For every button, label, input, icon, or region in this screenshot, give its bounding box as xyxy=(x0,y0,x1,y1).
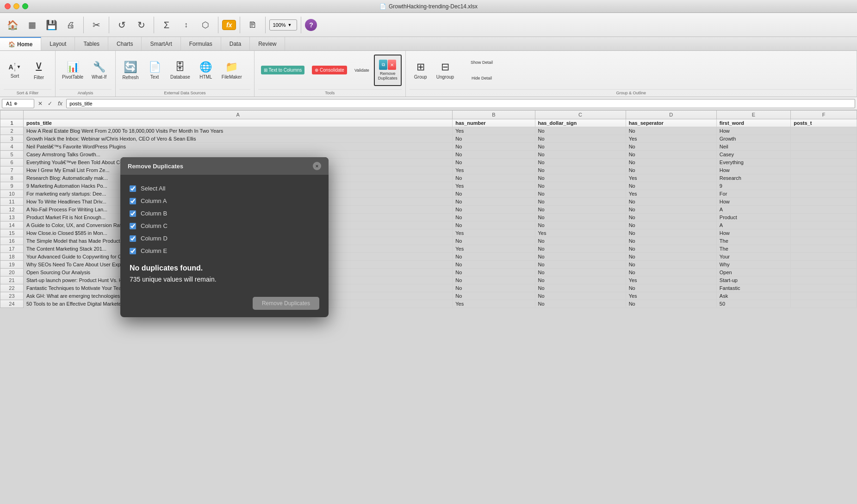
modal-overlay: Remove Duplicates × Select AllColumn ACo… xyxy=(0,0,857,504)
remove-duplicates-modal: Remove Duplicates × Select AllColumn ACo… xyxy=(120,157,329,317)
checkbox-label-col-c: Column C xyxy=(141,222,168,229)
checkbox-label-col-b: Column B xyxy=(141,210,167,217)
checkbox-label-col-a: Column A xyxy=(141,197,167,204)
modal-checkboxes-container: Select AllColumn AColumn BColumn CColumn… xyxy=(130,182,319,257)
modal-result-line1: No duplicates found. xyxy=(130,264,203,272)
checkbox-label-select-all: Select All xyxy=(141,185,165,192)
checkbox-input-col-e[interactable] xyxy=(130,248,136,254)
modal-checkbox-col-b[interactable]: Column B xyxy=(130,207,319,220)
checkbox-input-col-d[interactable] xyxy=(130,235,136,242)
modal-checkbox-col-a[interactable]: Column A xyxy=(130,195,319,207)
modal-result: No duplicates found. 735 unique values w… xyxy=(130,263,319,285)
modal-body: Select AllColumn AColumn BColumn CColumn… xyxy=(120,175,329,292)
modal-checkbox-col-e[interactable]: Column E xyxy=(130,245,319,257)
modal-footer: Remove Duplicates xyxy=(120,292,329,317)
modal-title-bar: Remove Duplicates × xyxy=(120,157,329,175)
modal-checkbox-col-c[interactable]: Column C xyxy=(130,220,319,232)
checkbox-label-col-d: Column D xyxy=(141,235,168,242)
checkbox-label-col-e: Column E xyxy=(141,247,167,254)
modal-result-line2: 735 unique values will remain. xyxy=(130,276,217,283)
modal-checkbox-col-d[interactable]: Column D xyxy=(130,232,319,245)
modal-checkbox-select-all[interactable]: Select All xyxy=(130,182,319,195)
modal-title: Remove Duplicates xyxy=(128,163,183,170)
checkbox-input-col-c[interactable] xyxy=(130,223,136,229)
modal-close-button[interactable]: × xyxy=(313,162,321,170)
modal-remove-duplicates-button[interactable]: Remove Duplicates xyxy=(253,297,319,310)
checkbox-input-select-all[interactable] xyxy=(130,185,136,192)
checkbox-input-col-a[interactable] xyxy=(130,198,136,204)
checkbox-input-col-b[interactable] xyxy=(130,210,136,217)
